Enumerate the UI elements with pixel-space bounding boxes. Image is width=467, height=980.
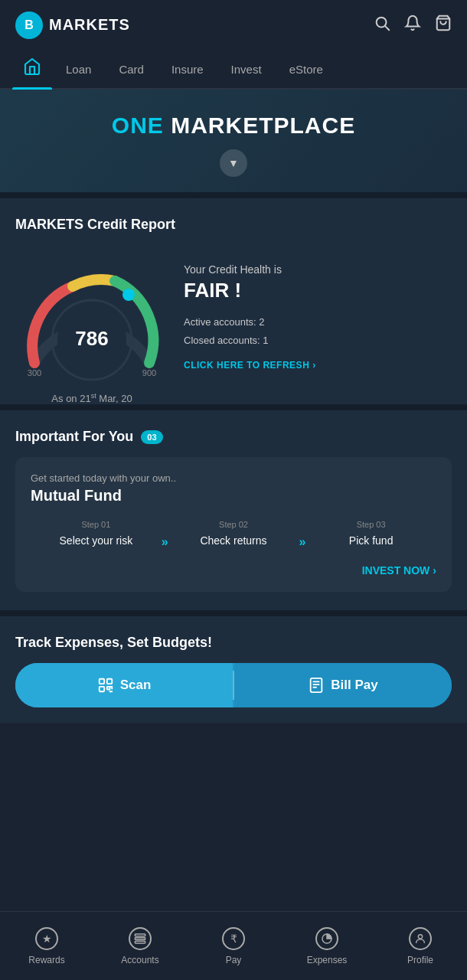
- svg-text:786: 786: [75, 327, 108, 350]
- mf-step-3-text: Pick fund: [305, 534, 436, 549]
- credit-health-label: Your Credit Health is: [184, 263, 452, 276]
- refresh-link[interactable]: CLICK HERE TO REFRESH ›: [184, 360, 452, 371]
- header: B MARKETS: [0, 0, 467, 50]
- hero-chevron-btn[interactable]: ▼: [220, 149, 247, 177]
- mf-step-2-text: Check returns: [168, 534, 299, 549]
- hero-marketplace: MARKETPLACE: [171, 113, 355, 138]
- mf-step-2: Step 02 Check returns: [168, 520, 299, 549]
- important-section: Important For You 03 Get started today w…: [0, 410, 467, 610]
- bottom-nav-accounts[interactable]: Accounts: [93, 920, 187, 973]
- expenses-label: Expenses: [307, 955, 348, 965]
- svg-point-24: [418, 934, 422, 938]
- svg-rect-22: [135, 941, 145, 943]
- mf-step-3: Step 03 Pick fund: [305, 520, 436, 549]
- header-icons: [374, 15, 452, 36]
- accounts-label: Accounts: [121, 955, 158, 965]
- credit-info: Your Credit Health is FAIR ! Active acco…: [184, 263, 452, 371]
- mf-arrow-1: »: [162, 520, 168, 549]
- expenses-icon: [315, 927, 338, 950]
- scan-button[interactable]: Scan: [15, 663, 233, 707]
- hero-one: ONE: [112, 113, 164, 138]
- svg-point-3: [122, 289, 135, 301]
- hero-text: ONE MARKETPLACE: [15, 113, 452, 139]
- svg-text:300: 300: [28, 368, 41, 377]
- rewards-icon: ★: [35, 927, 58, 950]
- credit-report-section: MARKETS Credit Report 786 300: [0, 198, 467, 404]
- bottom-nav: ★ Rewards Accounts ₹ Pay Expenses Profil…: [0, 911, 467, 980]
- gauge-svg: 786 300 900: [15, 248, 168, 386]
- bill-pay-label: Bill Pay: [331, 678, 377, 693]
- pay-icon: ₹: [222, 927, 245, 950]
- important-header: Important For You 03: [15, 429, 452, 445]
- bottom-nav-profile[interactable]: Profile: [374, 920, 467, 973]
- logo-text: MARKETS: [49, 16, 130, 34]
- hero-banner: ONE MARKETPLACE ▼: [0, 90, 467, 192]
- gauge-date: As on 21st Mar, 20: [15, 392, 168, 404]
- cart-icon[interactable]: [435, 15, 452, 36]
- bottom-nav-rewards[interactable]: ★ Rewards: [0, 920, 93, 973]
- profile-label: Profile: [407, 955, 433, 965]
- credit-health-status: FAIR !: [184, 279, 452, 302]
- mf-arrow-2: »: [299, 520, 305, 549]
- active-accounts: Active accounts: 2: [184, 313, 452, 331]
- mf-step-2-label: Step 02: [168, 520, 299, 529]
- svg-rect-20: [135, 934, 145, 936]
- scan-bill-buttons: Scan Bill Pay: [15, 663, 452, 707]
- mf-step-3-label: Step 03: [305, 520, 436, 529]
- nav-tab-invest[interactable]: Invest: [217, 52, 276, 87]
- invest-now-button[interactable]: INVEST NOW ›: [31, 564, 436, 577]
- credit-content: 786 300 900 As on 21st Mar, 20 Your Cred…: [15, 248, 452, 386]
- pay-label: Pay: [226, 955, 242, 965]
- nav-tab-loan[interactable]: Loan: [52, 52, 105, 87]
- mf-subtitle: Get started today with your own..: [31, 472, 436, 484]
- mutual-fund-card: Get started today with your own.. Mutual…: [15, 457, 452, 592]
- svg-line-1: [385, 26, 389, 30]
- important-badge: 03: [141, 430, 162, 444]
- important-title: Important For You: [15, 429, 133, 445]
- closed-accounts: Closed accounts: 1: [184, 332, 452, 349]
- logo: B MARKETS: [15, 11, 130, 39]
- bottom-nav-expenses[interactable]: Expenses: [280, 920, 374, 973]
- mf-title: Mutual Fund: [31, 487, 436, 505]
- track-section: Track Expenses, Set Budgets! Scan Bill P…: [0, 616, 467, 723]
- mf-step-1-label: Step 01: [31, 520, 162, 529]
- mf-step-1-text: Select your risk: [31, 534, 162, 549]
- rewards-label: Rewards: [28, 955, 64, 965]
- bottom-nav-pay[interactable]: ₹ Pay: [187, 920, 280, 973]
- svg-text:900: 900: [142, 368, 156, 377]
- svg-rect-10: [107, 679, 112, 684]
- track-title: Track Expenses, Set Budgets!: [15, 635, 452, 651]
- gauge-container: 786 300 900 As on 21st Mar, 20: [15, 248, 168, 386]
- scan-label: Scan: [120, 678, 152, 693]
- search-icon[interactable]: [374, 15, 390, 36]
- nav-tab-estore[interactable]: eStore: [276, 52, 337, 87]
- svg-rect-11: [99, 687, 103, 691]
- credit-report-title: MARKETS Credit Report: [15, 217, 452, 233]
- profile-icon: [409, 927, 432, 950]
- nav-tab-card[interactable]: Card: [105, 52, 158, 87]
- bill-pay-button[interactable]: Bill Pay: [234, 663, 452, 707]
- accounts-icon: [129, 927, 152, 950]
- mf-step-1: Step 01 Select your risk: [31, 520, 162, 549]
- nav-home-button[interactable]: [12, 50, 52, 88]
- nav-tab-insure[interactable]: Insure: [158, 52, 217, 87]
- bell-icon[interactable]: [404, 15, 421, 36]
- svg-rect-21: [135, 937, 145, 939]
- credit-accounts: Active accounts: 2 Closed accounts: 1: [184, 313, 452, 349]
- svg-rect-9: [99, 679, 103, 684]
- hero-chevron[interactable]: ▼: [15, 149, 452, 177]
- mf-steps: Step 01 Select your risk » Step 02 Check…: [31, 520, 436, 549]
- nav-tabs: Loan Card Insure Invest eStore: [0, 50, 467, 90]
- logo-icon: B: [15, 11, 43, 39]
